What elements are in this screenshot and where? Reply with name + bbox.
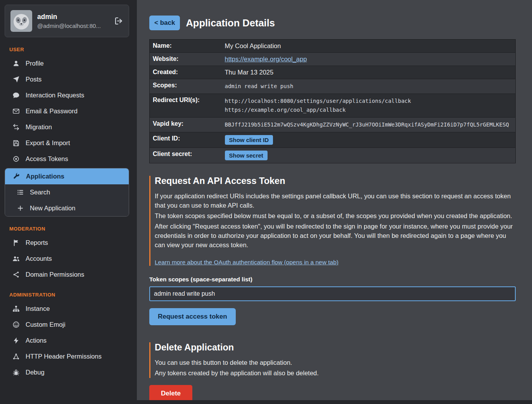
sidebar-item-migration[interactable]: Migration [5, 119, 129, 135]
sidebar-item-reports[interactable]: Reports [5, 235, 129, 251]
detail-value-mono: BBJffJ219b5iE512m7wQSzv4KgKDhgZZVzNyWC_r… [225, 121, 509, 128]
sidebar-item-label: Posts [26, 76, 41, 83]
sidebar-item-applications[interactable]: Applications [5, 168, 129, 184]
detail-value-mono: http://localhost:8080/settings/user/appl… [225, 97, 513, 106]
sidebar-group-applications: ApplicationsSearchNew Application [5, 168, 129, 217]
section-label-administration: ADMINISTRATION [9, 292, 124, 298]
sidebar-item-label: Interaction Requests [26, 92, 84, 99]
comment-icon [12, 92, 20, 99]
certificate-icon [12, 155, 20, 163]
floppy-icon [12, 139, 20, 147]
detail-value-cell: My Cool Application [222, 40, 516, 53]
plus-icon [17, 205, 24, 212]
token-section-heading: Request An API Access Token [155, 176, 516, 186]
detail-value-cell: http://localhost:8080/settings/user/appl… [222, 94, 516, 118]
user-name: admin [37, 13, 109, 21]
user-handle: @admin@localhost:80... [37, 23, 109, 29]
sign-out-icon[interactable] [114, 16, 123, 26]
sidebar-item-email-password[interactable]: Email & Password [5, 103, 129, 119]
sidebar-item-label: Domain Permissions [26, 271, 84, 278]
detail-label: Client ID: [150, 132, 222, 148]
sidebar-item-label: New Application [30, 205, 75, 212]
detail-label: Vapid key: [150, 118, 222, 132]
application-details-table: Name:My Cool ApplicationWebsite:https://… [149, 39, 516, 163]
sidebar-item-search[interactable]: Search [5, 184, 129, 200]
delete-section-text: You can use this button to delete the ap… [155, 358, 516, 378]
main-content: < back Application Details Name:My Cool … [137, 0, 532, 400]
sidebar-item-http-header-permissions[interactable]: HTTP Header Permissions [5, 349, 129, 364]
share-nodes-icon [12, 271, 20, 278]
sidebar-item-actions[interactable]: Actions [5, 333, 129, 349]
paragraph: The token scopes specified below must be… [155, 212, 516, 221]
detail-value-mono: admin read write push [225, 83, 294, 89]
sidebar-item-label: Debug [26, 369, 45, 376]
oauth-docs-link[interactable]: Learn more about the OAuth authenticatio… [155, 259, 339, 266]
sidebar-item-label: Instance [26, 305, 50, 312]
detail-label: Client secret: [150, 148, 222, 163]
sidebar-item-label: Reports [26, 239, 48, 246]
show-secret-button[interactable]: Show secret [225, 151, 268, 160]
sidebar-subnav: SearchNew Application [5, 184, 129, 216]
detail-value-cell: Thu Mar 13 2025 [222, 66, 516, 79]
back-button[interactable]: < back [149, 16, 180, 30]
sidebar-item-label: Actions [26, 337, 47, 344]
section-label-moderation: MODERATION [9, 226, 124, 232]
detail-row: Website:https://example.org/cool_app [150, 53, 516, 66]
smile-icon [12, 321, 20, 328]
sidebar-item-label: Access Tokens [26, 155, 68, 163]
sidebar-item-label: Migration [26, 123, 52, 131]
detail-label: Scopes: [150, 79, 222, 94]
website-link[interactable]: https://example.org/cool_app [225, 55, 307, 62]
paper-plane-icon [12, 76, 20, 83]
sidebar-item-export-import[interactable]: Export & Import [5, 135, 129, 151]
detail-value: Thu Mar 13 2025 [225, 69, 274, 76]
sidebar-item-new-application[interactable]: New Application [5, 200, 129, 216]
sidebar-item-label: Search [30, 189, 50, 196]
detail-label: Website: [150, 53, 222, 66]
detail-value-cell: BBJffJ219b5iE512m7wQSzv4KgKDhgZZVzNyWC_r… [222, 118, 516, 132]
token-section-text: If your application redirect URIs includ… [155, 192, 516, 250]
sidebar-item-label: Custom Emoji [26, 321, 66, 328]
flag-icon [12, 239, 20, 246]
delete-section-heading: Delete Application [155, 342, 516, 353]
request-access-token-button[interactable]: Request access token [149, 308, 236, 325]
users-icon [12, 255, 20, 262]
sidebar-item-label: Accounts [26, 255, 52, 262]
detail-value-cell: admin read write push [222, 79, 516, 94]
envelope-icon [12, 108, 20, 115]
sidebar-item-posts[interactable]: Posts [5, 71, 129, 87]
detail-row: Client ID:Show client ID [150, 132, 516, 148]
user-icon [12, 60, 20, 67]
paragraph: Any tokens created by the application wi… [155, 369, 516, 378]
sidebar-item-debug[interactable]: Debug [5, 364, 129, 380]
token-scopes-input[interactable] [149, 286, 516, 301]
sitemap-icon [12, 305, 20, 312]
detail-value-cell: Show client ID [222, 132, 516, 148]
sidebar-item-custom-emoji[interactable]: Custom Emoji [5, 317, 129, 333]
detail-row: Vapid key:BBJffJ219b5iE512m7wQSzv4KgKDhg… [150, 118, 516, 132]
delete-button[interactable]: Delete [149, 385, 192, 400]
paragraph: After clicking "Request access token", y… [155, 222, 516, 250]
page-title: Application Details [186, 17, 275, 29]
detail-label: Created: [150, 66, 222, 79]
sidebar-item-access-tokens[interactable]: Access Tokens [5, 151, 129, 167]
list-icon [17, 189, 24, 196]
app-root: admin @admin@localhost:80... USERProfile… [0, 0, 532, 404]
bolt-icon [12, 337, 20, 344]
network-icon [12, 353, 20, 360]
detail-label: Name: [150, 40, 222, 53]
sidebar-item-domain-permissions[interactable]: Domain Permissions [5, 267, 129, 283]
sidebar-nav: USERProfilePostsInteraction RequestsEmai… [0, 47, 134, 380]
sidebar-item-instance[interactable]: Instance [5, 301, 129, 317]
migration-icon [12, 123, 20, 131]
detail-row: Redirect URI(s):http://localhost:8080/se… [150, 94, 516, 118]
paragraph: You can use this button to delete the ap… [155, 358, 516, 368]
detail-row: Scopes:admin read write push [150, 79, 516, 94]
user-card[interactable]: admin @admin@localhost:80... [5, 5, 129, 37]
sidebar-item-interaction-requests[interactable]: Interaction Requests [5, 87, 129, 103]
detail-value: My Cool Application [225, 42, 281, 49]
show-client-id-button[interactable]: Show client ID [225, 135, 273, 145]
title-row: < back Application Details [149, 16, 516, 30]
sidebar-item-profile[interactable]: Profile [5, 55, 129, 71]
sidebar-item-accounts[interactable]: Accounts [5, 251, 129, 267]
